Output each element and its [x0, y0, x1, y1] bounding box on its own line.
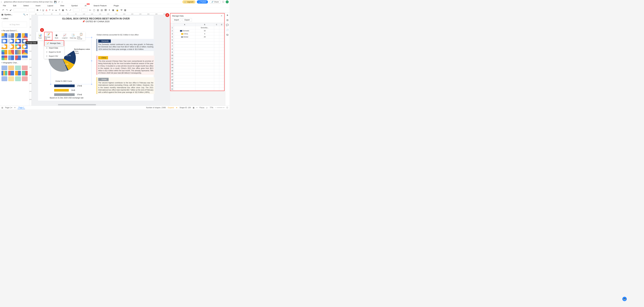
- cell[interactable]: [214, 54, 219, 57]
- cell[interactable]: [214, 57, 219, 60]
- cell[interactable]: [214, 72, 219, 75]
- collect-section[interactable]: ▾collect: [0, 16, 29, 20]
- export-icon[interactable]: ↗: [58, 1, 60, 3]
- cell[interactable]: [219, 75, 224, 78]
- cell[interactable]: [214, 60, 219, 63]
- cell[interactable]: [174, 75, 196, 78]
- font-select[interactable]: [14, 8, 27, 12]
- resize-handle[interactable]: [91, 84, 92, 85]
- cell[interactable]: [174, 72, 196, 75]
- collapse-icon[interactable]: «: [27, 13, 28, 16]
- chart-thumb[interactable]: [15, 44, 21, 49]
- col-header[interactable]: A: [174, 23, 196, 26]
- comment-icon[interactable]: 💬: [226, 24, 229, 26]
- chart-thumb[interactable]: [15, 39, 21, 43]
- chart-thumb[interactable]: [2, 33, 7, 38]
- row-header[interactable]: 16: [170, 72, 174, 75]
- back-icon[interactable]: ‹: [1, 0, 2, 3]
- cell[interactable]: [214, 63, 219, 66]
- search-icon[interactable]: 🔍: [23, 13, 26, 16]
- col-header[interactable]: C: [214, 23, 219, 26]
- cell[interactable]: [214, 41, 219, 45]
- cell[interactable]: [195, 38, 214, 41]
- row-header[interactable]: 8: [170, 48, 174, 51]
- bold-icon[interactable]: B: [37, 9, 38, 11]
- layers-status-icon[interactable]: ▦: [193, 107, 194, 109]
- add-page-icon[interactable]: +: [14, 106, 16, 109]
- fullscreen-icon[interactable]: ☐: [226, 107, 228, 109]
- cell[interactable]: [174, 69, 196, 72]
- pie-donut-section[interactable]: ▾Pie and Donut C...: [0, 29, 29, 33]
- cell[interactable]: [174, 57, 196, 60]
- datatag-button[interactable]: 📑Data tag: [69, 32, 77, 40]
- row-header[interactable]: 17: [170, 75, 174, 78]
- cell[interactable]: [195, 69, 214, 72]
- cell[interactable]: China: [174, 32, 196, 35]
- connector-icon[interactable]: ⤢: [70, 9, 71, 11]
- cell[interactable]: [214, 35, 219, 38]
- cell[interactable]: [214, 45, 219, 48]
- cell[interactable]: [174, 84, 196, 88]
- cell[interactable]: [174, 38, 196, 41]
- crop-icon[interactable]: ▣: [112, 9, 114, 11]
- chart-thumb[interactable]: [22, 65, 28, 70]
- cell[interactable]: [174, 51, 196, 54]
- cell[interactable]: [195, 88, 214, 91]
- cell[interactable]: Sector&a...: [195, 26, 214, 29]
- upgrade-button[interactable]: 🛒 Upgrade: [182, 0, 196, 3]
- cell[interactable]: [195, 78, 214, 81]
- chart-thumb[interactable]: [15, 71, 21, 75]
- cell[interactable]: [219, 57, 224, 60]
- cell[interactable]: [195, 60, 214, 63]
- save-icon[interactable]: 💾: [54, 1, 56, 3]
- align-obj-icon[interactable]: ▤: [101, 9, 103, 11]
- target-icon[interactable]: ⌖: [196, 107, 198, 109]
- chart-thumb[interactable]: [22, 76, 28, 81]
- row-header[interactable]: 11: [170, 57, 174, 60]
- share-button[interactable]: 🔗 Share: [210, 0, 221, 4]
- legend-button[interactable]: 📈Legend: [60, 32, 69, 40]
- cell[interactable]: [174, 60, 196, 63]
- row-header[interactable]: 14: [170, 66, 174, 69]
- cell[interactable]: [219, 41, 224, 45]
- cell[interactable]: [195, 84, 214, 88]
- drag-here-zone[interactable]: ⊕ Drag Here: [2, 22, 27, 27]
- cell[interactable]: [214, 26, 219, 29]
- menu-plugin[interactable]: Plugin: [114, 4, 119, 7]
- corner-cell[interactable]: [170, 23, 174, 26]
- shapes-icon[interactable]: ▤: [2, 13, 3, 16]
- chart-thumb[interactable]: [8, 50, 14, 54]
- chart-thumb[interactable]: [8, 65, 14, 70]
- row-header[interactable]: 3: [170, 32, 174, 35]
- cell[interactable]: [174, 54, 196, 57]
- chart-thumb[interactable]: [2, 44, 7, 49]
- col-header[interactable]: B: [195, 23, 214, 26]
- chart-thumb[interactable]: [2, 71, 7, 75]
- dropdown-manage-data[interactable]: 📝Manage Data: [44, 41, 64, 45]
- font-color-icon[interactable]: A: [46, 9, 47, 11]
- infographic-section[interactable]: ▾Infographic Char...: [0, 61, 29, 65]
- cell[interactable]: [174, 66, 196, 69]
- cell[interactable]: [174, 81, 196, 84]
- effects-icon[interactable]: ✦: [108, 9, 110, 11]
- cell[interactable]: Global: [174, 35, 196, 38]
- cell[interactable]: [219, 81, 224, 84]
- expand-link[interactable]: Expand: [168, 107, 174, 109]
- cell[interactable]: [219, 88, 224, 91]
- cell[interactable]: [219, 32, 224, 35]
- chart-thumb[interactable]: [8, 39, 14, 43]
- publish-button[interactable]: △ Publish: [197, 0, 208, 3]
- page-select[interactable]: Page-1 ▾: [5, 107, 12, 109]
- cell[interactable]: [219, 60, 224, 63]
- text-tool-icon[interactable]: T: [59, 9, 60, 11]
- cell[interactable]: [174, 26, 196, 29]
- cell[interactable]: [219, 69, 224, 72]
- close-icon[interactable]: ✕: [221, 15, 222, 17]
- cell[interactable]: [214, 48, 219, 51]
- row-header[interactable]: 13: [170, 63, 174, 66]
- chart-thumb[interactable]: [8, 71, 14, 75]
- chart-thumb[interactable]: [22, 55, 28, 60]
- chart-thumb[interactable]: [8, 44, 14, 49]
- cell[interactable]: [195, 75, 214, 78]
- menu-layout[interactable]: Layout: [48, 4, 53, 7]
